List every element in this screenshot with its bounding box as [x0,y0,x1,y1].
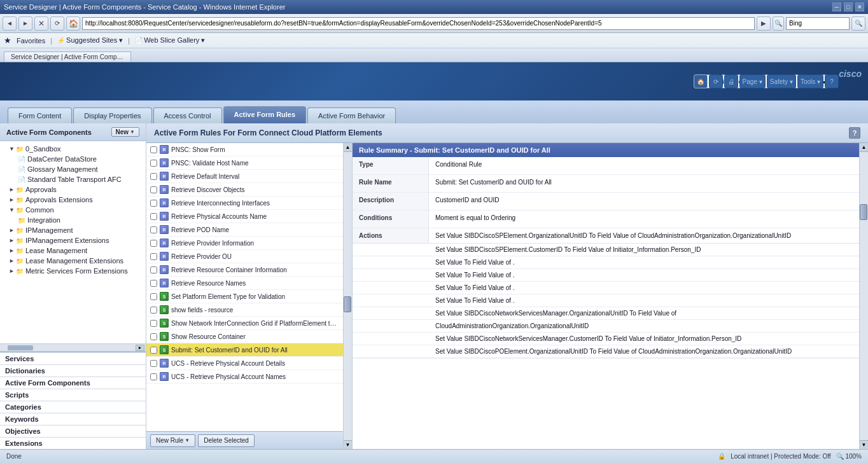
sidebar-item-common[interactable]: ▼ 📁 Common [0,205,146,215]
h-scrollbar-thumb[interactable] [8,345,33,350]
rule-item[interactable]: S Set Platform Element Type for Validati… [146,290,343,303]
tools-menu[interactable]: Tools ▾ [797,74,823,88]
home-icon[interactable]: 🏠 [694,74,708,88]
tab-access-control[interactable]: Access Control [153,107,222,123]
rule-checkbox[interactable] [150,266,157,273]
sidebar-item-ipmanagement-ext[interactable]: ► 📁 IPManagement Extensions [0,235,146,245]
rule-checkbox[interactable] [150,280,157,287]
sidebar-section-objectives[interactable]: Objectives [0,425,146,437]
rule-item[interactable]: S show fields - resource [146,303,343,317]
rule-checkbox[interactable] [150,360,157,367]
address-bar[interactable] [82,17,755,30]
sidebar-item-lease-mgmt[interactable]: ► 📁 Lease Management [0,245,146,256]
browser-tab-active[interactable]: Service Designer | Active Form Component… [4,52,131,62]
sidebar-item-ipmanagement[interactable]: ► 📁 IPManagement [0,225,146,235]
sidebar-section-categories[interactable]: Categories [0,401,146,413]
minimize-btn[interactable]: ─ [832,3,841,11]
refresh-icon[interactable]: ⟳ [709,74,723,88]
delete-selected-button[interactable]: Delete Selected [198,434,255,447]
tab-form-content[interactable]: Form Content [8,107,72,123]
rule-item[interactable]: R Retrieve Provider Information [146,237,343,250]
rule-item[interactable]: R Retrieve Provider OU [146,250,343,263]
close-btn[interactable]: ✕ [855,3,864,11]
rule-item-selected[interactable]: S Submit: Set CustomerID and OUID for Al… [146,343,343,357]
sidebar-section-dictionaries[interactable]: Dictionaries [0,364,146,377]
new-component-button[interactable]: New ▼ [111,127,139,137]
rule-checkbox[interactable] [150,160,157,167]
sidebar-section-keywords[interactable]: Keywords [0,413,146,425]
forward-button[interactable]: ► [18,17,32,31]
rule-item[interactable]: R UCS - Retrieve Physical Account Detail… [146,357,343,370]
help-button[interactable]: ? [849,127,860,139]
safety-menu[interactable]: Safety ▾ [767,74,796,88]
new-rule-button[interactable]: New Rule ▼ [150,434,195,447]
rule-item[interactable]: R Retrieve Physical Accounts Name [146,210,343,223]
rule-item[interactable]: R UCS - Retrieve Physical Account Names [146,370,343,384]
restore-btn[interactable]: □ [844,3,853,11]
sidebar-item-lease-mgmt-ext[interactable]: ► 📁 Lease Management Extensions [0,256,146,266]
favorites-button[interactable]: Favorites [17,37,45,45]
sidebar-item-standard-table[interactable]: 📄 Standard Table Transport AFC [0,174,146,184]
stop-button[interactable]: ✕ [34,17,48,31]
summary-scrollbar[interactable]: ▲ ▼ [859,143,868,449]
suggested-sites[interactable]: ⚡ Suggested Sites ▾ [57,36,123,45]
scroll-down-arrow[interactable]: ▼ [860,440,868,449]
search-input[interactable] [786,17,850,30]
rule-item[interactable]: S Show Network InterConnection Grid if P… [146,317,343,330]
back-button[interactable]: ◄ [3,17,17,31]
rule-checkbox[interactable] [150,320,157,327]
rule-item[interactable]: R Retrieve Default Interval [146,170,343,183]
refresh-button[interactable]: ⟳ [50,17,64,31]
sidebar-section-afc[interactable]: Active Form Components [0,377,146,389]
sidebar-item-metric-services[interactable]: ► 📁 Metric Services Form Extensions [0,266,146,276]
search-go-button[interactable]: 🔍 [851,17,865,31]
rule-checkbox[interactable] [150,200,157,207]
page-menu[interactable]: Page ▾ [739,74,766,88]
rule-item[interactable]: R Retrieve Resource Container Informatio… [146,263,343,277]
rule-item[interactable]: R Retrieve Interconnecting Interfaces [146,197,343,210]
sidebar-item-datacenter[interactable]: 📄 DataCenter DataStore [0,154,146,164]
tab-display-properties[interactable]: Display Properties [73,107,151,123]
scroll-thumb[interactable] [860,204,867,220]
scroll-up-arrow[interactable]: ▲ [344,143,352,152]
rule-item[interactable]: S Show Resource Container [146,330,343,343]
rule-checkbox[interactable] [150,333,157,340]
home-button[interactable]: 🏠 [66,17,80,31]
search-icon[interactable]: 🔍 [773,17,784,31]
sidebar-section-services[interactable]: Services [0,352,146,364]
go-button[interactable]: ▶ [757,17,771,31]
sidebar-item-glossary[interactable]: 📄 Glossary Management [0,164,146,174]
scroll-right-arrow[interactable]: ► [136,345,144,351]
rule-checkbox[interactable] [150,173,157,180]
rule-item[interactable]: R Retrieve Discover Objects [146,183,343,197]
rule-checkbox[interactable] [150,226,157,233]
web-slice-gallery[interactable]: 📄 Web Slice Gallery ▾ [135,36,205,45]
sidebar-section-extensions[interactable]: Extensions [0,437,146,449]
scroll-thumb[interactable] [344,296,351,312]
rule-checkbox[interactable] [150,307,157,314]
rule-item[interactable]: R Retrieve POD Name [146,223,343,237]
rule-checkbox[interactable] [150,186,157,193]
help-icon[interactable]: ? [825,74,839,88]
tab-active-form-behavior[interactable]: Active Form Behavior [307,107,396,123]
rule-checkbox[interactable] [150,253,157,260]
window-controls[interactable]: ─ □ ✕ [832,3,864,11]
print-icon[interactable]: 🖨 [724,74,738,88]
sidebar-item-sandbox[interactable]: ▼ 📁 0_Sandbox [0,144,146,154]
sidebar-item-approvals-ext[interactable]: ► 📁 Approvals Extensions [0,195,146,205]
rule-checkbox[interactable] [150,213,157,220]
rule-checkbox[interactable] [150,293,157,300]
rule-item[interactable]: R PNSC: Validate Host Name [146,156,343,170]
sidebar-item-integration[interactable]: 📁 Integration [0,215,146,225]
scroll-up-arrow[interactable]: ▲ [860,143,868,152]
rule-checkbox[interactable] [150,240,157,247]
scroll-down-arrow[interactable]: ▼ [344,440,352,449]
rule-checkbox[interactable] [150,146,157,153]
rule-checkbox[interactable] [150,373,157,380]
rule-item[interactable]: R Retrieve Resource Names [146,277,343,290]
tab-active-form-rules[interactable]: Active Form Rules [223,106,307,123]
rule-item[interactable]: R PNSC: Show Form [146,143,343,156]
rule-checkbox[interactable] [150,347,157,354]
sidebar-section-scripts[interactable]: Scripts [0,389,146,401]
rules-scrollbar[interactable]: ▲ ▼ [344,143,353,449]
